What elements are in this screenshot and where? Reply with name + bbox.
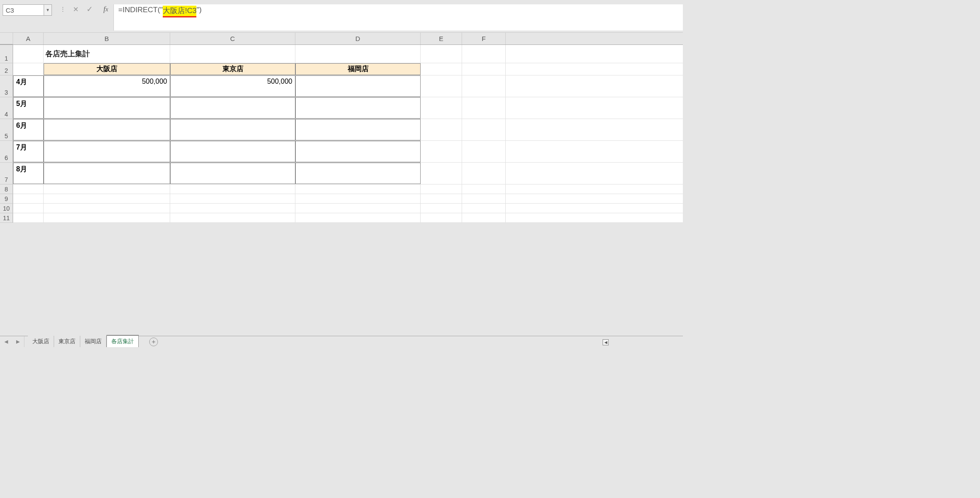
data-cell[interactable] bbox=[295, 163, 421, 184]
cell[interactable] bbox=[462, 204, 506, 213]
cell[interactable] bbox=[170, 213, 295, 222]
sheet-tab-active[interactable]: 各店集計 bbox=[106, 335, 139, 347]
cell[interactable] bbox=[295, 204, 421, 213]
row-header[interactable]: 10 bbox=[0, 204, 13, 213]
cell[interactable] bbox=[170, 194, 295, 203]
cell[interactable] bbox=[421, 97, 462, 119]
cells-area[interactable]: 各店売上集計 大阪店 東京店 福岡店 4月 500,000 500,000 5月 bbox=[13, 45, 683, 223]
row-header[interactable]: 1 bbox=[0, 45, 13, 63]
cell[interactable] bbox=[462, 97, 506, 119]
data-cell[interactable]: 500,000 bbox=[44, 75, 170, 97]
cell[interactable] bbox=[295, 194, 421, 203]
data-cell[interactable] bbox=[295, 119, 421, 140]
data-cell[interactable] bbox=[44, 163, 170, 184]
data-cell[interactable] bbox=[44, 97, 170, 119]
select-all-corner[interactable] bbox=[0, 33, 13, 44]
cell[interactable] bbox=[44, 194, 170, 203]
cell[interactable] bbox=[170, 45, 295, 63]
cell[interactable] bbox=[462, 194, 506, 203]
cell[interactable] bbox=[295, 45, 421, 63]
data-cell[interactable]: 500,000 bbox=[170, 75, 295, 97]
cell[interactable] bbox=[44, 184, 170, 194]
cell[interactable] bbox=[44, 204, 170, 213]
add-sheet-button[interactable]: ＋ bbox=[149, 338, 158, 346]
cell[interactable] bbox=[421, 194, 462, 203]
cell[interactable] bbox=[170, 184, 295, 194]
cell[interactable] bbox=[295, 213, 421, 222]
col-header[interactable]: D bbox=[295, 33, 421, 44]
col-header[interactable]: A bbox=[13, 33, 44, 44]
tab-nav[interactable]: ◀ ▶ bbox=[0, 336, 24, 347]
sheet-tab[interactable]: 福岡店 bbox=[80, 336, 106, 347]
cell[interactable] bbox=[421, 75, 462, 97]
cell[interactable] bbox=[13, 184, 44, 194]
data-cell[interactable] bbox=[44, 119, 170, 140]
cell[interactable] bbox=[462, 184, 506, 194]
data-cell[interactable] bbox=[170, 97, 295, 119]
row-header[interactable]: 7 bbox=[0, 163, 13, 184]
data-cell[interactable] bbox=[295, 141, 421, 162]
row-header[interactable]: 6 bbox=[0, 141, 13, 163]
row-header[interactable]: 9 bbox=[0, 194, 13, 204]
cell[interactable] bbox=[421, 204, 462, 213]
title-cell[interactable]: 各店売上集計 bbox=[44, 45, 170, 63]
cell[interactable] bbox=[421, 184, 462, 194]
row-header[interactable]: 8 bbox=[0, 184, 13, 194]
sheet-tab[interactable]: 大阪店 bbox=[28, 336, 54, 347]
row-header[interactable]: 3 bbox=[0, 75, 13, 97]
cell[interactable] bbox=[421, 119, 462, 140]
data-cell[interactable] bbox=[170, 119, 295, 140]
row-label[interactable]: 8月 bbox=[13, 163, 44, 184]
table-header[interactable]: 東京店 bbox=[170, 63, 295, 75]
row-header[interactable]: 4 bbox=[0, 97, 13, 119]
cell[interactable] bbox=[13, 213, 44, 222]
row-label[interactable]: 7月 bbox=[13, 141, 44, 162]
cell[interactable] bbox=[13, 204, 44, 213]
cell[interactable] bbox=[462, 163, 506, 184]
cell[interactable] bbox=[170, 204, 295, 213]
row-label[interactable]: 6月 bbox=[13, 119, 44, 140]
data-cell[interactable] bbox=[295, 75, 421, 97]
sheet-tab[interactable]: 東京店 bbox=[54, 336, 80, 347]
cell[interactable] bbox=[421, 63, 462, 75]
data-cell[interactable] bbox=[295, 97, 421, 119]
cell[interactable] bbox=[421, 163, 462, 184]
fx-icon[interactable]: fx bbox=[103, 5, 108, 14]
col-header[interactable]: E bbox=[421, 33, 462, 44]
formula-menu-icon[interactable]: ⋮ bbox=[60, 6, 65, 13]
tab-prev-icon[interactable]: ◀ bbox=[4, 339, 8, 345]
col-header[interactable]: F bbox=[462, 33, 506, 44]
formula-input[interactable]: =INDIRECT("大阪店!C3") bbox=[113, 4, 683, 31]
cell[interactable] bbox=[295, 184, 421, 194]
row-label[interactable]: 4月 bbox=[13, 75, 44, 97]
cell[interactable] bbox=[462, 213, 506, 222]
tab-next-icon[interactable]: ▶ bbox=[16, 339, 20, 345]
col-header[interactable]: B bbox=[44, 33, 170, 44]
data-cell[interactable] bbox=[44, 141, 170, 162]
cell[interactable] bbox=[44, 213, 170, 222]
col-header[interactable]: C bbox=[170, 33, 295, 44]
cell[interactable] bbox=[462, 119, 506, 140]
hscroll-left-icon[interactable]: ◀ bbox=[603, 339, 609, 345]
cell[interactable] bbox=[421, 45, 462, 63]
cell[interactable] bbox=[13, 45, 44, 63]
data-cell[interactable] bbox=[170, 141, 295, 162]
cell[interactable] bbox=[421, 213, 462, 222]
name-box[interactable]: C3 bbox=[3, 4, 44, 16]
cell[interactable] bbox=[462, 45, 506, 63]
name-box-dropdown[interactable]: ▼ bbox=[44, 4, 52, 16]
table-header[interactable]: 大阪店 bbox=[44, 63, 170, 75]
cell[interactable] bbox=[462, 75, 506, 97]
cell[interactable] bbox=[462, 63, 506, 75]
cell[interactable] bbox=[421, 141, 462, 162]
data-cell[interactable] bbox=[170, 163, 295, 184]
row-header[interactable]: 2 bbox=[0, 63, 13, 75]
row-label[interactable]: 5月 bbox=[13, 97, 44, 119]
cell[interactable] bbox=[462, 141, 506, 162]
table-header[interactable]: 福岡店 bbox=[295, 63, 421, 75]
row-header[interactable]: 11 bbox=[0, 213, 13, 223]
cell[interactable] bbox=[13, 194, 44, 203]
row-header[interactable]: 5 bbox=[0, 119, 13, 141]
enter-icon[interactable]: ✓ bbox=[86, 4, 93, 14]
cell[interactable] bbox=[13, 63, 44, 75]
